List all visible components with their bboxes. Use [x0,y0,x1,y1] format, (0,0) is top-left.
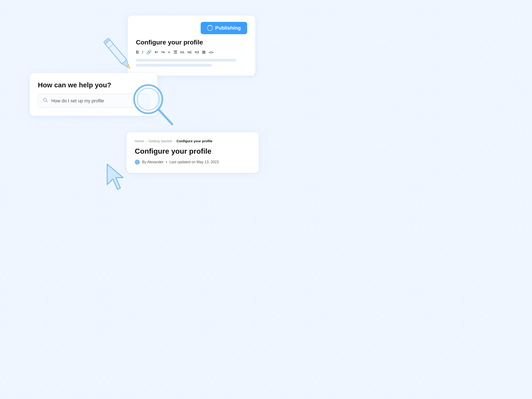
author-row: By Alexander • Last updated on May 13, 2… [135,160,251,165]
svg-line-9 [159,110,172,124]
breadcrumb-home[interactable]: Home [135,139,144,143]
search-icon [43,97,48,104]
h1-icon[interactable]: H1 [180,51,184,54]
content-preview [136,59,247,67]
publishing-button[interactable]: Publishing [201,22,247,34]
editor-toolbar: B I 🔗 ↩ ↪ ≡ ☰ H1 H2 H3 ⊞ </> [136,50,247,54]
publishing-card: Publishing Configure your profile B I 🔗 … [128,15,255,76]
image-icon[interactable]: ⊞ [202,50,205,54]
author-name: By Alexander [142,160,164,164]
breadcrumb: Home › Getting Started › Configure your … [135,139,251,143]
svg-rect-2 [104,39,127,64]
search-card-title: How can we help you? [38,81,149,89]
ul-icon[interactable]: ≡ [168,50,170,54]
publishing-button-label: Publishing [215,25,241,31]
code-icon[interactable]: </> [209,51,214,54]
article-card: Home › Getting Started › Configure your … [127,132,259,173]
svg-rect-5 [103,38,110,44]
h3-icon[interactable]: H3 [195,51,199,54]
publishing-card-title: Configure your profile [136,39,247,46]
search-placeholder-text: How do I set up my profile [51,98,144,103]
h2-icon[interactable]: H2 [187,51,191,54]
search-card: How can we help you? How do I set up my … [30,73,157,116]
loading-spinner [207,25,213,31]
link-icon[interactable]: 🔗 [146,50,152,54]
breadcrumb-sep-1: › [146,139,147,143]
breadcrumb-section[interactable]: Getting Started [149,139,172,143]
article-title: Configure your profile [135,147,251,156]
bold-icon[interactable]: B [136,50,139,54]
text-line-2 [136,64,212,67]
last-updated: Last updated on May 13, 2023 [169,160,219,164]
author-sep: • [166,160,167,164]
search-box[interactable]: How do I set up my profile [38,94,149,108]
text-line-1 [136,59,236,62]
breadcrumb-current: Configure your profile [177,139,213,143]
svg-line-1 [46,101,48,102]
italic-icon[interactable]: I [142,50,143,54]
breadcrumb-sep-2: › [174,139,175,143]
redo-icon[interactable]: ↪ [161,50,165,54]
svg-line-6 [108,44,113,48]
ol-icon[interactable]: ☰ [174,50,177,54]
author-avatar [135,160,140,165]
undo-icon[interactable]: ↩ [155,50,158,54]
